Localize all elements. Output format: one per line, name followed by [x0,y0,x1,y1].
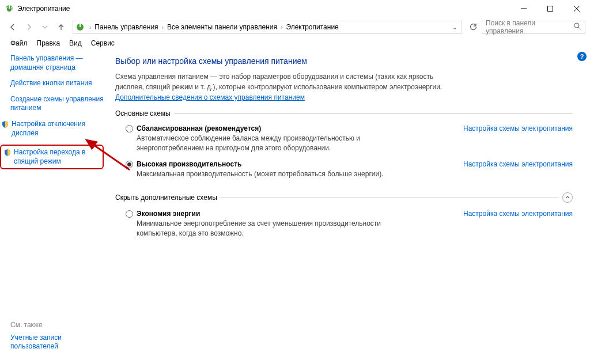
chevron-right-icon: › [87,24,93,31]
shield-icon [1,120,9,128]
see-also-label: См. также [10,321,104,329]
chevron-right-icon: › [160,24,166,31]
breadcrumb-root[interactable]: Панель управления [93,23,159,31]
sidebar-sleep-highlighted: Настройка перехода в спящий режим [0,145,104,169]
breadcrumb-mid[interactable]: Все элементы панели управления [166,23,278,31]
sidebar: Панель управления — домашняя страница Де… [0,50,109,364]
page-heading: Выбор или настройка схемы управления пит… [115,56,573,66]
menu-edit[interactable]: Правка [32,38,65,48]
collapse-button[interactable] [562,192,573,203]
address-bar[interactable]: › Панель управления › Все элементы панел… [73,21,462,34]
section-main-label: Основные схемы [115,109,174,117]
up-button[interactable] [54,20,68,34]
sidebar-display-off[interactable]: Настройка отключения дисплея [12,120,104,138]
help-icon[interactable]: ? [577,52,587,61]
chevron-right-icon: › [278,24,285,31]
plan-desc: Автоматическое соблюдение баланса между … [126,132,402,153]
svg-point-8 [574,23,579,28]
power-icon [5,4,14,13]
search-placeholder: Поиск в панели управления [486,19,574,35]
sidebar-user-accounts[interactable]: Учетные записи пользователей [10,333,104,351]
content: ? Выбор или настройка схемы управления п… [109,50,590,364]
plan-high: Высокая производительность Настройка схе… [115,159,573,185]
menu-tools[interactable]: Сервис [86,38,119,48]
plan-name: Экономия энергии [137,210,452,218]
plan-desc: Максимальная производительность (может п… [126,168,402,179]
shield-icon [3,149,12,157]
window-controls [510,0,590,17]
search-icon [574,22,581,32]
window-title: Электропитание [17,5,510,13]
svg-rect-7 [80,24,81,27]
svg-rect-1 [9,5,10,9]
sidebar-home[interactable]: Панель управления — домашняя страница [10,54,104,72]
minimize-button[interactable] [510,0,537,17]
titlebar: Электропитание [0,0,590,17]
change-plan-link[interactable]: Настройка схемы электропитания [463,124,573,132]
page-description: Схема управления питанием — это набор па… [115,71,461,92]
close-button[interactable] [563,0,590,17]
power-icon [75,22,85,32]
change-plan-link[interactable]: Настройка схемы электропитания [463,210,573,218]
radio-high[interactable] [126,161,133,168]
sidebar-create-plan[interactable]: Создание схемы управления питанием [10,95,104,113]
more-info-link[interactable]: Дополнительные сведения о схемах управле… [115,93,305,101]
address-dropdown[interactable]: ⌄ [450,24,459,31]
plan-name: Сбалансированная (рекомендуется) [137,124,452,132]
svg-line-9 [578,27,581,29]
forward-button[interactable] [22,20,36,34]
plan-eco: Экономия энергии Настройка схемы электро… [115,208,573,244]
maximize-button[interactable] [537,0,563,17]
menubar: Файл Правка Вид Сервис [0,37,590,50]
change-plan-link[interactable]: Настройка схемы электропитания [463,160,573,168]
sidebar-sleep[interactable]: Настройка перехода в спящий режим [14,148,99,166]
refresh-button[interactable] [467,23,479,31]
breadcrumb-leaf[interactable]: Электропитание [285,23,339,31]
section-hidden-label: Скрыть дополнительные схемы [115,194,221,202]
search-box[interactable]: Поиск в панели управления [482,21,585,34]
plan-name: Высокая производительность [137,160,452,168]
radio-eco[interactable] [126,210,133,218]
recent-dropdown[interactable] [38,20,52,34]
back-button[interactable] [6,20,20,34]
svg-rect-3 [548,6,553,12]
navbar: › Панель управления › Все элементы панел… [0,17,590,37]
sidebar-button-action[interactable]: Действие кнопки питания [10,79,104,88]
plan-desc: Минимальное энергопотребление за счет ум… [126,218,402,238]
menu-view[interactable]: Вид [65,38,86,48]
menu-file[interactable]: Файл [6,38,32,48]
plan-balanced: Сбалансированная (рекомендуется) Настрой… [115,123,573,159]
radio-balanced[interactable] [126,125,133,132]
